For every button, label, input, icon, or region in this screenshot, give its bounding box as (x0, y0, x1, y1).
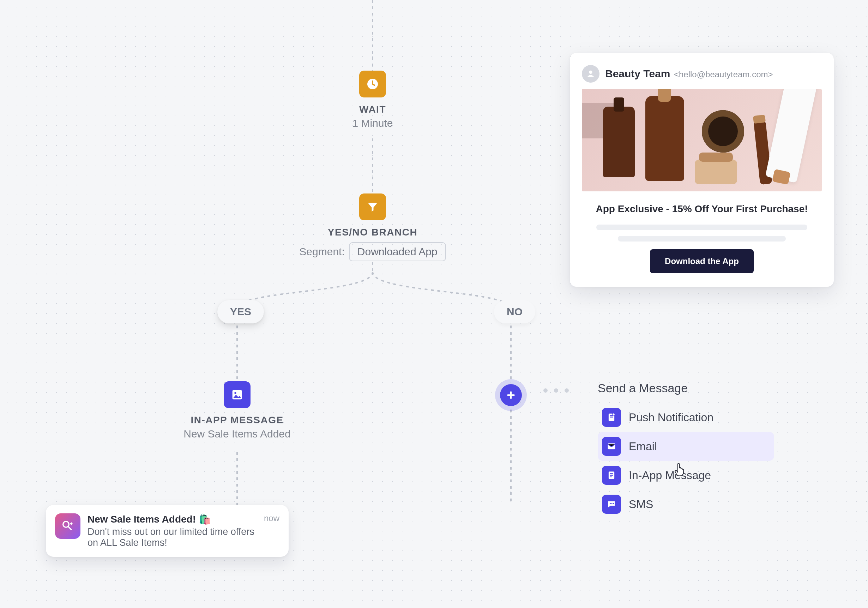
email-hero-image (582, 89, 822, 191)
doc-icon (602, 466, 621, 485)
send-message-menu: Send a Message Push NotificationEmailIn-… (598, 381, 774, 519)
menu-title: Send a Message (598, 381, 774, 395)
menu-item-push-notification[interactable]: Push Notification (598, 403, 774, 432)
email-from-row: Beauty Team <hello@beautyteam.com> (582, 65, 822, 82)
funnel-icon (359, 193, 386, 220)
wait-subtitle: 1 Minute (337, 117, 408, 129)
branch-segment-row: Segment: Downloaded App (284, 242, 461, 261)
inapp-subtitle: New Sale Items Added (167, 428, 308, 440)
email-headline: App Exclusive - 15% Off Your First Purch… (582, 204, 822, 215)
menu-item-label: Email (629, 440, 657, 453)
svg-point-12 (612, 413, 615, 415)
toast-body: Don't miss out on our limited time offer… (87, 526, 257, 548)
menu-item-label: SMS (629, 498, 653, 511)
bell-icon (602, 408, 621, 427)
wait-title: WAIT (337, 104, 408, 115)
push-notification-preview: New Sale Items Added! 🛍️ Don't miss out … (46, 505, 288, 557)
toast-title: New Sale Items Added! (87, 514, 196, 525)
toast-time: now (264, 513, 279, 523)
menu-item-email[interactable]: Email (598, 432, 774, 461)
wait-node[interactable]: WAIT 1 Minute (337, 71, 408, 129)
chat-icon (602, 494, 621, 514)
toast-title-row: New Sale Items Added! 🛍️ (87, 513, 257, 525)
mail-icon (602, 437, 621, 456)
svg-point-19 (611, 503, 612, 504)
svg-rect-16 (610, 475, 613, 476)
branch-node[interactable]: YES/NO BRANCH Segment: Downloaded App (284, 193, 461, 261)
yes-label: YES (230, 306, 251, 317)
segment-value[interactable]: Downloaded App (349, 242, 446, 261)
app-icon (55, 513, 81, 539)
from-address: <hello@beautyteam.com> (674, 70, 773, 79)
download-app-button[interactable]: Download the App (650, 249, 754, 273)
add-step-button[interactable] (500, 384, 522, 406)
menu-item-sms[interactable]: SMS (598, 490, 774, 519)
flow-canvas[interactable]: WAIT 1 Minute YES/NO BRANCH Segment: Dow… (0, 0, 868, 608)
placeholder-lines (582, 225, 822, 241)
svg-point-21 (589, 71, 592, 74)
menu-item-label: Push Notification (629, 411, 713, 424)
svg-point-8 (234, 392, 236, 394)
from-name: Beauty Team (605, 68, 670, 79)
bag-emoji-icon: 🛍️ (198, 513, 211, 525)
clock-icon (359, 71, 386, 98)
branch-yes-pill[interactable]: YES (217, 300, 264, 323)
menu-crumbs (543, 389, 569, 393)
image-icon (224, 381, 251, 408)
svg-rect-15 (610, 473, 613, 474)
menu-item-label: In-App Message (629, 469, 711, 482)
inapp-node[interactable]: IN-APP MESSAGE New Sale Items Added (167, 381, 308, 440)
svg-point-20 (613, 503, 614, 504)
branch-title: YES/NO BRANCH (284, 227, 461, 238)
avatar-icon (582, 65, 600, 82)
email-preview-card: Beauty Team <hello@beautyteam.com> App E… (570, 53, 834, 287)
menu-item-in-app-message[interactable]: In-App Message (598, 461, 774, 490)
branch-no-pill[interactable]: NO (494, 300, 535, 323)
no-label: NO (507, 306, 522, 317)
svg-rect-11 (610, 417, 613, 418)
segment-label: Segment: (299, 246, 344, 258)
inapp-title: IN-APP MESSAGE (167, 415, 308, 426)
svg-point-18 (610, 503, 611, 504)
svg-rect-17 (610, 477, 612, 477)
